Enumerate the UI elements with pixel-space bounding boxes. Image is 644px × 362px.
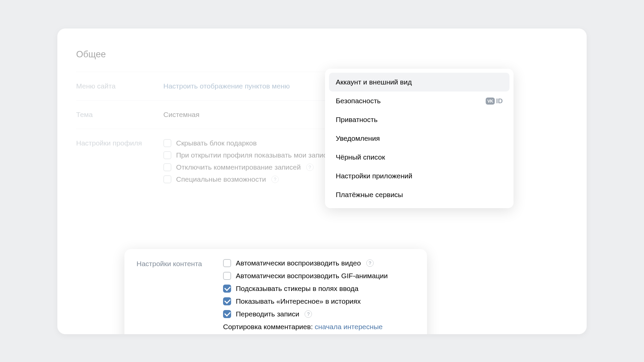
sidebar-item-label: Безопасность xyxy=(336,97,381,105)
profile-checkbox[interactable] xyxy=(163,151,171,159)
vk-logo-icon: VK xyxy=(486,98,495,105)
vk-id-text: ID xyxy=(496,97,503,105)
help-icon[interactable]: ? xyxy=(305,310,312,318)
profile-checkbox-list: Скрывать блок подарковПри открытии профи… xyxy=(163,139,343,183)
profile-item: Отключить комментирование записей? xyxy=(163,163,343,171)
profile-item: Специальные возможности? xyxy=(163,175,343,183)
help-icon[interactable]: ? xyxy=(271,176,279,183)
content-checkbox-label: Переводить записи xyxy=(236,310,299,318)
content-settings-label: Настройки контента xyxy=(137,259,223,334)
settings-sidebar: Аккаунт и внешний видБезопасностьVKIDПри… xyxy=(325,69,514,208)
profile-item: Скрывать блок подарков xyxy=(163,139,343,147)
content-checkbox[interactable] xyxy=(223,297,231,305)
sidebar-item[interactable]: БезопасностьVKID xyxy=(329,92,509,110)
content-checkbox-label: Подсказывать стикеры в полях ввода xyxy=(236,285,359,293)
row-theme: Тема Системная xyxy=(76,101,354,129)
profile-checkbox-label: Специальные возможности xyxy=(176,175,266,183)
profile-checkbox[interactable] xyxy=(163,175,171,183)
sidebar-item-label: Настройки приложений xyxy=(336,172,412,180)
content-item: Подсказывать стикеры в полях ввода xyxy=(223,285,415,293)
comment-sort-label: Сортировка комментариев: xyxy=(223,323,315,330)
sidebar-item-label: Уведомления xyxy=(336,134,380,142)
profile-checkbox[interactable] xyxy=(163,163,171,171)
row-menu-label: Меню сайта xyxy=(76,82,163,90)
sidebar-item[interactable]: Настройки приложений xyxy=(329,167,509,185)
content-checkbox-list: Автоматически воспроизводить видео?Автом… xyxy=(223,259,415,318)
section-title: Общее xyxy=(76,49,354,60)
content-item: Автоматически воспроизводить видео? xyxy=(223,259,415,267)
sidebar-item[interactable]: Приватность xyxy=(329,110,509,129)
sidebar-item-label: Платёжные сервисы xyxy=(336,191,403,199)
profile-checkbox-label: Отключить комментирование записей xyxy=(176,163,301,171)
row-menu-value[interactable]: Настроить отображение пунктов меню xyxy=(163,82,290,90)
content-settings-card: Настройки контента Автоматически воспрои… xyxy=(124,249,427,334)
sidebar-item-label: Чёрный список xyxy=(336,153,385,161)
sidebar-item[interactable]: Платёжные сервисы xyxy=(329,185,509,204)
row-menu: Меню сайта Настроить отображение пунктов… xyxy=(76,72,354,100)
vk-id-badge: VKID xyxy=(486,97,503,105)
profile-item: При открытии профиля показывать мои запи… xyxy=(163,151,343,159)
content-checkbox-label: Автоматически воспроизводить GIF-анимаци… xyxy=(236,272,388,280)
profile-checkbox[interactable] xyxy=(163,139,171,147)
content-item: Переводить записи? xyxy=(223,310,415,318)
content-checkbox-label: Показывать «Интересное» в историях xyxy=(236,297,361,305)
content-checkbox-label: Автоматически воспроизводить видео xyxy=(236,259,361,267)
row-profile-label: Настройки профиля xyxy=(76,139,163,147)
row-profile: Настройки профиля Скрывать блок подарков… xyxy=(76,129,354,193)
settings-panel: Общее Меню сайта Настроить отображение п… xyxy=(64,39,366,204)
row-theme-label: Тема xyxy=(76,111,163,119)
content-checkbox[interactable] xyxy=(223,272,231,280)
main-container: Общее Меню сайта Настроить отображение п… xyxy=(57,28,587,334)
content-item: Автоматически воспроизводить GIF-анимаци… xyxy=(223,272,415,280)
sidebar-item[interactable]: Аккаунт и внешний вид xyxy=(329,73,509,92)
comment-sort-row: Сортировка комментариев: сначала интерес… xyxy=(223,323,415,331)
sidebar-item-label: Приватность xyxy=(336,116,378,124)
help-icon[interactable]: ? xyxy=(306,164,314,171)
sidebar-item-label: Аккаунт и внешний вид xyxy=(336,78,412,86)
content-checkbox[interactable] xyxy=(223,285,231,293)
profile-checkbox-label: При открытии профиля показывать мои запи… xyxy=(176,151,331,159)
profile-checkbox-label: Скрывать блок подарков xyxy=(176,139,257,147)
content-checkbox[interactable] xyxy=(223,259,231,267)
help-icon[interactable]: ? xyxy=(366,259,374,267)
content-checkbox[interactable] xyxy=(223,310,231,318)
sidebar-item[interactable]: Уведомления xyxy=(329,129,509,148)
row-theme-value[interactable]: Системная xyxy=(163,111,200,119)
comment-sort-value[interactable]: сначала интересные xyxy=(315,323,382,330)
content-item: Показывать «Интересное» в историях xyxy=(223,297,415,305)
sidebar-item[interactable]: Чёрный список xyxy=(329,148,509,167)
